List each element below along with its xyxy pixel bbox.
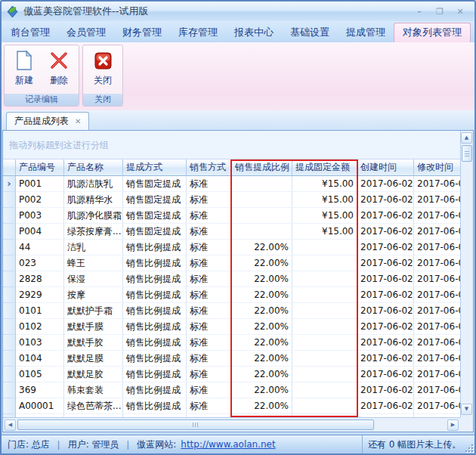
scroll-up-arrow[interactable]: ▲ — [461, 132, 472, 144]
app-logo-icon — [6, 5, 19, 18]
row-indicator-header — [3, 159, 16, 176]
scroll-right-arrow[interactable]: ▶ — [447, 419, 459, 431]
maximize-button[interactable]: ❐ — [433, 6, 447, 17]
column-header[interactable]: 销售方式 — [187, 159, 232, 176]
cell-product-code: 2828 — [16, 271, 64, 287]
cell-product-name: 肌源精华水 — [64, 192, 123, 208]
vertical-scrollbar-thumb[interactable] — [462, 145, 472, 162]
vertical-scrollbar[interactable]: ▲ ▼ — [460, 131, 473, 417]
cell-commission-ratio: 22.00% — [232, 240, 292, 255]
website-link[interactable]: http://www.aolan.net — [181, 439, 275, 450]
cell-created-time: 2017-06-02 — [357, 208, 414, 224]
delete-icon — [49, 48, 69, 73]
menu-tab[interactable]: 会员管理 — [58, 24, 114, 42]
table-row[interactable]: › 023 蜂王 销售比例提成 标准 22.00% 2017-06-02 201… — [3, 255, 460, 271]
table-row[interactable]: › 0105 默默足胶 销售比例提成 标准 22.00% 2017-06-02 … — [3, 367, 460, 382]
menu-tab[interactable]: 前台管理 — [2, 24, 58, 42]
cell-created-time: 2017-06-02 — [357, 382, 414, 398]
table-row[interactable]: › P004 绿茶按摩膏... 销售固定提成 标准 ¥15.00 2017-06… — [3, 224, 460, 240]
cell-commission-ratio: 22.00% — [232, 367, 292, 382]
cell-product-code: 0105 — [16, 367, 64, 382]
table-row[interactable]: › 0102 默默手膜 销售比例提成 标准 22.00% 2017-06-02 … — [3, 319, 460, 335]
document-tab-strip: 产品提成列表 ✕ — [2, 110, 474, 130]
table-row[interactable]: › 0103 默默手胶 销售比例提成 标准 22.00% 2017-06-02 … — [3, 335, 460, 351]
column-header[interactable]: 提成固定金额 — [292, 159, 357, 176]
close-button[interactable]: ✕ — [453, 6, 467, 17]
menu-tab[interactable]: 基础设置 — [282, 24, 338, 42]
menu-tab[interactable]: 库存管理 — [170, 24, 226, 42]
table-row[interactable]: › P001 肌源洁肤乳 销售固定提成 标准 ¥15.00 2017-06-02… — [3, 176, 460, 192]
row-indicator: › — [3, 367, 16, 382]
table-row[interactable]: › 44 洁乳 销售比例提成 标准 22.00% 2017-06-02 2017… — [3, 240, 460, 255]
cell-fixed-amount — [292, 287, 357, 303]
menu-tab-label: 财务管理 — [122, 26, 162, 38]
menu-tab[interactable]: 财务管理 — [114, 24, 170, 42]
cell-created-time: 2017-06-02 — [357, 255, 414, 271]
table-row[interactable]: › P003 肌源净化膜霜 销售固定提成 标准 ¥15.00 2017-06-0… — [3, 208, 460, 224]
table-row[interactable]: › P002 肌源精华水 销售固定提成 标准 ¥15.00 2017-06-02… — [3, 192, 460, 208]
cell-product-name: 韩束套装 — [64, 382, 123, 398]
column-header[interactable]: 提成方式 — [123, 159, 187, 176]
cell-created-time: 2017-06-02 — [357, 303, 414, 319]
column-header[interactable]: 产品名称 — [64, 159, 123, 176]
horizontal-scrollbar[interactable]: ◀ ▶ — [3, 417, 461, 432]
menu-tab-label: 会员管理 — [66, 26, 106, 38]
cell-created-time: 2017-06-02 — [357, 176, 414, 192]
table-row[interactable]: › 369 韩束套装 销售比例提成 标准 22.00% 2017-06-02 2… — [3, 382, 460, 398]
delete-button[interactable]: 删除 — [44, 47, 74, 94]
horizontal-scrollbar-thumb[interactable] — [17, 419, 374, 430]
cell-created-time: 2017-06-02 — [357, 335, 414, 351]
cell-commission-method: 销售比例提成 — [123, 303, 187, 319]
cell-sale-method: 标准 — [187, 335, 232, 351]
cell-created-time: 2017-06-02 — [357, 192, 414, 208]
column-header[interactable]: 修改时间 — [414, 159, 460, 176]
table-row[interactable]: › 2828 保湿 销售比例提成 标准 22.00% 2017-06-02 20… — [3, 271, 460, 287]
cell-commission-ratio: 22.00% — [232, 319, 292, 335]
scroll-left-arrow[interactable]: ◀ — [5, 419, 16, 431]
menu-tab[interactable]: 报表中心 — [226, 24, 282, 42]
minimize-button[interactable]: – — [413, 6, 426, 17]
menu-tab[interactable]: 提成管理 — [338, 24, 394, 42]
table-row[interactable]: › 2929 按摩 销售比例提成 标准 22.00% 2017-06-02 20… — [3, 287, 460, 303]
cell-modified-time: 2017-06-02 — [414, 335, 460, 351]
cell-modified-time: 2017-06-02 — [414, 224, 460, 240]
menu-tab[interactable]: 对象列表管理 — [394, 23, 471, 42]
close-tab-button[interactable]: 关闭 — [88, 47, 118, 94]
cell-product-name: 肌源净化膜霜 — [64, 208, 123, 224]
ribbon-group-label-close: 关闭 — [83, 94, 122, 106]
status-left-section: 门店: 总店 ｜ 用户: 管理员 ｜ 傲蓝网站: http://www.aola… — [2, 438, 362, 451]
cell-product-code: P001 — [16, 176, 64, 192]
cell-fixed-amount: ¥15.00 — [292, 208, 357, 224]
resize-grip[interactable] — [465, 444, 473, 452]
tab-close-icon[interactable]: ✕ — [75, 117, 81, 125]
table-row[interactable]: › A00001 绿色芭蒂茶... 销售比例提成 标准 22.00% 2017-… — [3, 398, 460, 414]
cell-commission-ratio: 22.00% — [232, 382, 292, 398]
column-header[interactable]: 销售提成比例 — [232, 159, 292, 176]
cell-created-time: 2017-06-02 — [357, 367, 414, 382]
table-row[interactable]: › 0104 默默足膜 销售比例提成 标准 22.00% 2017-06-02 … — [3, 351, 460, 367]
cell-fixed-amount — [292, 271, 357, 287]
upload-status: 还有 0 幅图片未上传。 — [368, 438, 461, 451]
tab-product-commission-list[interactable]: 产品提成列表 ✕ — [6, 112, 89, 130]
cell-commission-method: 销售比例提成 — [123, 335, 187, 351]
scroll-down-arrow[interactable]: ▼ — [461, 404, 472, 415]
column-header[interactable]: 产品编号 — [16, 159, 64, 176]
cell-product-code: 0101 — [16, 303, 64, 319]
cell-sale-method: 标准 — [187, 382, 232, 398]
cell-fixed-amount: ¥15.00 — [292, 192, 357, 208]
column-header[interactable]: 创建时间 — [357, 159, 414, 176]
new-button[interactable]: 新建 — [9, 47, 39, 94]
cell-fixed-amount — [292, 303, 357, 319]
row-indicator: › — [3, 255, 16, 271]
cell-created-time: 2017-06-02 — [357, 240, 414, 255]
cell-commission-ratio: 22.00% — [232, 351, 292, 367]
cell-fixed-amount — [292, 255, 357, 271]
cell-commission-method: 销售比例提成 — [123, 382, 187, 398]
cell-modified-time: 2017-06-02 — [414, 319, 460, 335]
new-button-label: 新建 — [15, 74, 33, 87]
table-row[interactable]: › 0101 默默护手霜 销售比例提成 标准 22.00% 2017-06-02… — [3, 303, 460, 319]
cell-product-name: 按摩 — [64, 287, 123, 303]
row-indicator: › — [3, 240, 16, 255]
menu-tab-label: 对象列表管理 — [403, 26, 462, 38]
cell-created-time: 2017-06-02 — [357, 351, 414, 367]
